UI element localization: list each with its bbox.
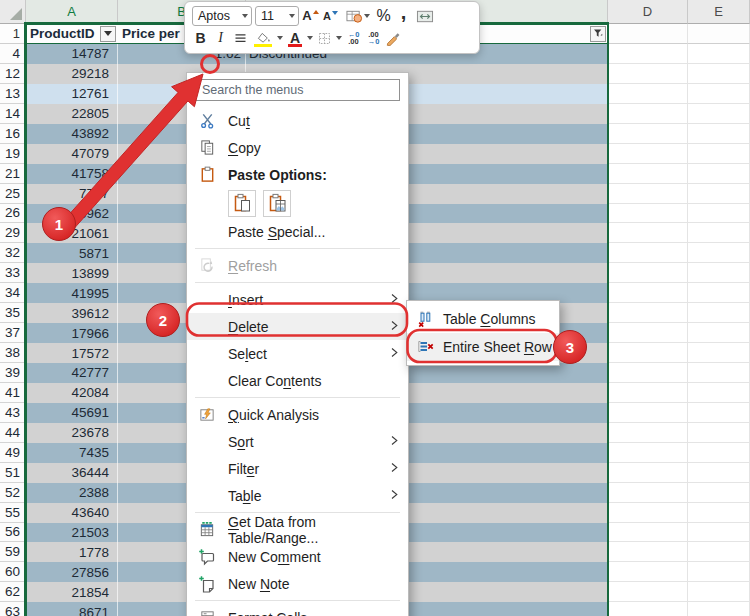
row-header-55[interactable]: 55 xyxy=(0,503,26,523)
cell-A4[interactable]: 14787 xyxy=(26,44,118,64)
cell-D55[interactable] xyxy=(608,503,688,523)
font-name-combo[interactable]: Aptos xyxy=(192,6,252,26)
menu-item-new-comment[interactable]: New Comment xyxy=(187,543,408,570)
cell-A55[interactable]: 43640 xyxy=(26,503,118,523)
cell-D32[interactable] xyxy=(608,243,688,263)
cell-D1[interactable] xyxy=(608,24,688,44)
comma-style-button[interactable]: , xyxy=(395,2,412,30)
italic-button[interactable]: I xyxy=(212,28,229,48)
cell-D25[interactable] xyxy=(608,184,688,204)
menu-item-table[interactable]: Table xyxy=(187,482,408,509)
cell-E19[interactable] xyxy=(688,144,750,164)
cell-E13[interactable] xyxy=(688,84,750,104)
row-header-32[interactable]: 32 xyxy=(0,243,26,263)
cell-D26[interactable] xyxy=(608,204,688,224)
cell-E33[interactable] xyxy=(688,263,750,283)
cell-D56[interactable] xyxy=(608,523,688,543)
cell-E14[interactable] xyxy=(688,104,750,124)
cell-A13[interactable]: 12761 xyxy=(26,84,118,104)
cell-A12[interactable]: 29218 xyxy=(26,64,118,84)
format-painter-button[interactable] xyxy=(385,28,402,48)
row-header-63[interactable]: 63 xyxy=(0,602,26,616)
cell-A14[interactable]: 22805 xyxy=(26,104,118,124)
menu-item-copy[interactable]: Copy xyxy=(187,134,408,161)
fill-color-button[interactable] xyxy=(252,28,274,48)
cell-E39[interactable] xyxy=(688,363,750,383)
cell-A62[interactable]: 21854 xyxy=(26,582,118,602)
menu-search-input[interactable] xyxy=(195,79,400,101)
column-header-A[interactable]: A xyxy=(26,0,118,24)
row-header-21[interactable]: 21 xyxy=(0,164,26,184)
cell-D52[interactable] xyxy=(608,483,688,503)
cell-E55[interactable] xyxy=(688,503,750,523)
borders-button[interactable] xyxy=(316,28,333,48)
cell-E16[interactable] xyxy=(688,124,750,144)
row-header-52[interactable]: 52 xyxy=(0,483,26,503)
row-header-60[interactable]: 60 xyxy=(0,562,26,582)
cell-E43[interactable] xyxy=(688,403,750,423)
row-header-37[interactable]: 37 xyxy=(0,323,26,343)
cell-E41[interactable] xyxy=(688,383,750,403)
row-header-59[interactable]: 59 xyxy=(0,542,26,562)
menu-item-get-data-from-table-range[interactable]: Get Data from Table/Range... xyxy=(187,516,408,543)
cell-D60[interactable] xyxy=(608,562,688,582)
cell-D16[interactable] xyxy=(608,124,688,144)
filter-dropdown-button-a[interactable] xyxy=(100,26,116,42)
cell-A52[interactable]: 2388 xyxy=(26,483,118,503)
cell-D14[interactable] xyxy=(608,104,688,124)
column-header-E[interactable]: E xyxy=(688,0,750,24)
font-color-button[interactable]: A xyxy=(286,28,304,48)
cell-D49[interactable] xyxy=(608,443,688,463)
row-header-34[interactable]: 34 xyxy=(0,283,26,303)
cell-E63[interactable] xyxy=(688,602,750,616)
chevron-down-icon[interactable] xyxy=(336,36,342,40)
font-size-combo[interactable]: 11 xyxy=(255,6,299,26)
row-header-49[interactable]: 49 xyxy=(0,443,26,463)
cell-A60[interactable]: 27856 xyxy=(26,562,118,582)
bold-button[interactable]: B xyxy=(192,28,209,48)
cell-A49[interactable]: 7435 xyxy=(26,443,118,463)
menu-item-sort[interactable]: Sort xyxy=(187,428,408,455)
align-button[interactable] xyxy=(232,28,249,48)
cell-D41[interactable] xyxy=(608,383,688,403)
cell-A32[interactable]: 5871 xyxy=(26,243,118,263)
cell-D62[interactable] xyxy=(608,582,688,602)
paste-option-paste-picture[interactable] xyxy=(263,190,291,217)
cell-E59[interactable] xyxy=(688,542,750,562)
cell-A33[interactable]: 13899 xyxy=(26,263,118,283)
cell-A35[interactable]: 39612 xyxy=(26,303,118,323)
cell-D12[interactable] xyxy=(608,64,688,84)
menu-item-cut[interactable]: Cut xyxy=(187,107,408,134)
row-header-1[interactable]: 1 xyxy=(0,24,26,44)
menu-item-clear-contents[interactable]: Clear Contents xyxy=(187,367,408,394)
shrink-font-button[interactable]: A xyxy=(322,6,339,26)
cell-D38[interactable] xyxy=(608,343,688,363)
row-header-12[interactable]: 12 xyxy=(0,64,26,84)
cell-A59[interactable]: 1778 xyxy=(26,542,118,562)
row-header-26[interactable]: 26 xyxy=(0,204,26,224)
row-header-4[interactable]: 4 xyxy=(0,44,26,64)
cell-E12[interactable] xyxy=(688,64,750,84)
submenu-item-entire-sheet-row[interactable]: Entire Sheet Row xyxy=(407,333,559,361)
cell-A26[interactable]: 6962 xyxy=(26,204,118,224)
cell-A16[interactable]: 43892 xyxy=(26,124,118,144)
menu-item-insert[interactable]: Insert xyxy=(187,286,408,313)
cell-A25[interactable]: 7787 xyxy=(26,184,118,204)
number-format-button[interactable] xyxy=(342,6,372,26)
row-header-62[interactable]: 62 xyxy=(0,582,26,602)
cell-D34[interactable] xyxy=(608,283,688,303)
cell-A21[interactable]: 41758 xyxy=(26,164,118,184)
row-header-19[interactable]: 19 xyxy=(0,144,26,164)
cell-D63[interactable] xyxy=(608,602,688,616)
menu-item-new-note[interactable]: New Note xyxy=(187,570,408,597)
row-header-35[interactable]: 35 xyxy=(0,303,26,323)
row-header-38[interactable]: 38 xyxy=(0,343,26,363)
grow-font-button[interactable]: A xyxy=(302,6,319,26)
decrease-decimal-button[interactable]: .00 →0 xyxy=(365,28,382,48)
row-header-29[interactable]: 29 xyxy=(0,223,26,243)
row-header-33[interactable]: 33 xyxy=(0,263,26,283)
paste-option-paste-basic[interactable] xyxy=(228,190,256,217)
cell-A19[interactable]: 47079 xyxy=(26,144,118,164)
menu-item-format-cells[interactable]: Format Cells... xyxy=(187,604,408,616)
cell-A29[interactable]: 21061 xyxy=(26,223,118,243)
